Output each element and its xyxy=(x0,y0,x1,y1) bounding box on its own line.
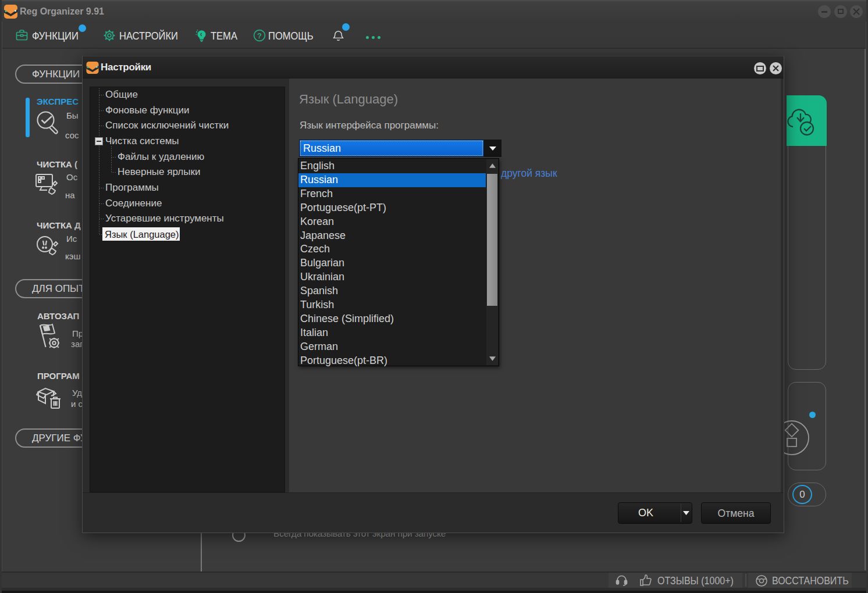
svg-text:?: ? xyxy=(257,31,262,40)
